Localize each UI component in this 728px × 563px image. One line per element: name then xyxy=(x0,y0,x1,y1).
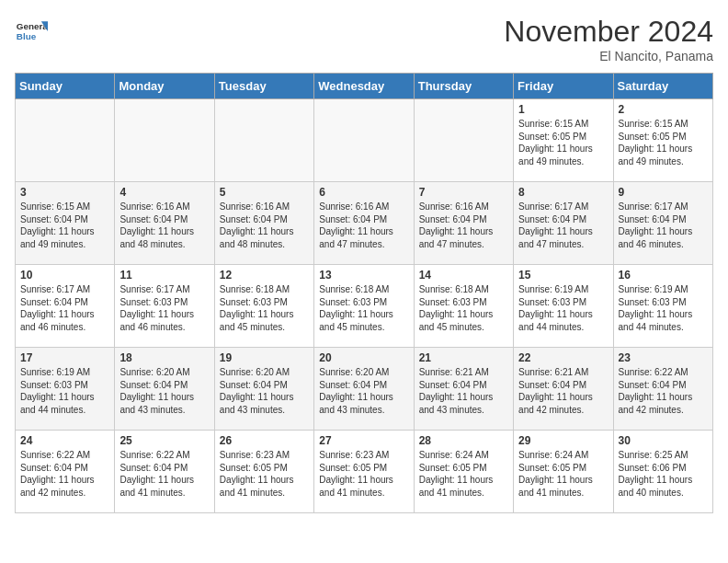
cell-info: Sunrise: 6:16 AM Sunset: 6:04 PM Dayligh… xyxy=(220,201,309,250)
day-number: 23 xyxy=(619,351,708,364)
calendar-cell: 16Sunrise: 6:19 AM Sunset: 6:03 PM Dayli… xyxy=(613,265,712,348)
calendar-cell: 8Sunrise: 6:17 AM Sunset: 6:04 PM Daylig… xyxy=(514,182,613,265)
cell-info: Sunrise: 6:22 AM Sunset: 6:04 PM Dayligh… xyxy=(119,449,209,499)
weekday-header-sunday: Sunday xyxy=(16,74,115,99)
weekday-header-friday: Friday xyxy=(514,74,613,99)
calendar-cell: 22Sunrise: 6:21 AM Sunset: 6:04 PM Dayli… xyxy=(514,348,613,431)
day-number: 8 xyxy=(518,186,608,199)
calendar-cell: 29Sunrise: 6:24 AM Sunset: 6:05 PM Dayli… xyxy=(514,431,613,513)
cell-info: Sunrise: 6:19 AM Sunset: 6:03 PM Dayligh… xyxy=(518,283,608,333)
day-number: 16 xyxy=(619,269,708,282)
cell-info: Sunrise: 6:19 AM Sunset: 6:03 PM Dayligh… xyxy=(619,283,708,333)
cell-info: Sunrise: 6:23 AM Sunset: 6:05 PM Dayligh… xyxy=(319,449,408,499)
logo-icon: General Blue xyxy=(15,15,48,48)
calendar-cell: 25Sunrise: 6:22 AM Sunset: 6:04 PM Dayli… xyxy=(115,431,214,513)
calendar-cell: 15Sunrise: 6:19 AM Sunset: 6:03 PM Dayli… xyxy=(514,265,613,348)
calendar-cell: 2Sunrise: 6:15 AM Sunset: 6:05 PM Daylig… xyxy=(613,99,712,182)
day-number: 29 xyxy=(518,434,608,447)
title-block: November 2024 El Nancito, Panama xyxy=(504,15,713,63)
cell-info: Sunrise: 6:20 AM Sunset: 6:04 PM Dayligh… xyxy=(220,366,309,416)
cell-info: Sunrise: 6:20 AM Sunset: 6:04 PM Dayligh… xyxy=(319,366,408,416)
day-number: 26 xyxy=(220,434,309,447)
day-number: 27 xyxy=(319,434,408,447)
cell-info: Sunrise: 6:17 AM Sunset: 6:03 PM Dayligh… xyxy=(119,283,209,333)
day-number: 20 xyxy=(319,351,408,364)
calendar-cell: 24Sunrise: 6:22 AM Sunset: 6:04 PM Dayli… xyxy=(16,431,115,513)
calendar-cell: 20Sunrise: 6:20 AM Sunset: 6:04 PM Dayli… xyxy=(314,348,414,431)
day-number: 30 xyxy=(619,434,708,447)
calendar-week-5: 24Sunrise: 6:22 AM Sunset: 6:04 PM Dayli… xyxy=(16,431,713,513)
day-number: 2 xyxy=(619,103,708,116)
cell-info: Sunrise: 6:24 AM Sunset: 6:05 PM Dayligh… xyxy=(419,449,508,499)
weekday-header-wednesday: Wednesday xyxy=(314,74,414,99)
calendar-cell: 19Sunrise: 6:20 AM Sunset: 6:04 PM Dayli… xyxy=(214,348,313,431)
calendar-cell: 1Sunrise: 6:15 AM Sunset: 6:05 PM Daylig… xyxy=(514,99,613,182)
calendar-cell: 6Sunrise: 6:16 AM Sunset: 6:04 PM Daylig… xyxy=(314,182,414,265)
calendar-cell xyxy=(16,99,115,182)
calendar-cell xyxy=(414,99,513,182)
calendar-cell: 13Sunrise: 6:18 AM Sunset: 6:03 PM Dayli… xyxy=(314,265,414,348)
location: El Nancito, Panama xyxy=(504,49,713,63)
cell-info: Sunrise: 6:15 AM Sunset: 6:05 PM Dayligh… xyxy=(619,118,708,167)
weekday-header-thursday: Thursday xyxy=(414,74,513,99)
cell-info: Sunrise: 6:18 AM Sunset: 6:03 PM Dayligh… xyxy=(419,283,508,333)
cell-info: Sunrise: 6:18 AM Sunset: 6:03 PM Dayligh… xyxy=(220,283,309,333)
weekday-header-saturday: Saturday xyxy=(613,74,712,99)
calendar-cell: 7Sunrise: 6:16 AM Sunset: 6:04 PM Daylig… xyxy=(414,182,513,265)
calendar-cell xyxy=(314,99,414,182)
calendar-cell: 28Sunrise: 6:24 AM Sunset: 6:05 PM Dayli… xyxy=(414,431,513,513)
day-number: 12 xyxy=(220,269,309,282)
cell-info: Sunrise: 6:21 AM Sunset: 6:04 PM Dayligh… xyxy=(518,366,608,416)
svg-text:Blue: Blue xyxy=(17,31,37,41)
day-number: 7 xyxy=(419,186,508,199)
calendar-week-2: 3Sunrise: 6:15 AM Sunset: 6:04 PM Daylig… xyxy=(16,182,713,265)
calendar-week-4: 17Sunrise: 6:19 AM Sunset: 6:03 PM Dayli… xyxy=(16,348,713,431)
calendar-cell xyxy=(214,99,313,182)
calendar-week-1: 1Sunrise: 6:15 AM Sunset: 6:05 PM Daylig… xyxy=(16,99,713,182)
day-number: 28 xyxy=(419,434,508,447)
calendar-cell: 27Sunrise: 6:23 AM Sunset: 6:05 PM Dayli… xyxy=(314,431,414,513)
logo: General Blue xyxy=(15,15,48,48)
calendar-cell: 5Sunrise: 6:16 AM Sunset: 6:04 PM Daylig… xyxy=(214,182,313,265)
day-number: 3 xyxy=(20,186,109,199)
page-header: General Blue November 2024 El Nancito, P… xyxy=(15,15,713,63)
day-number: 13 xyxy=(319,269,408,282)
day-number: 10 xyxy=(20,269,109,282)
day-number: 17 xyxy=(20,351,109,364)
weekday-header-tuesday: Tuesday xyxy=(214,74,313,99)
cell-info: Sunrise: 6:24 AM Sunset: 6:05 PM Dayligh… xyxy=(518,449,608,499)
calendar-cell: 9Sunrise: 6:17 AM Sunset: 6:04 PM Daylig… xyxy=(613,182,712,265)
cell-info: Sunrise: 6:23 AM Sunset: 6:05 PM Dayligh… xyxy=(220,449,309,499)
day-number: 1 xyxy=(518,103,608,116)
calendar-cell: 3Sunrise: 6:15 AM Sunset: 6:04 PM Daylig… xyxy=(16,182,115,265)
day-number: 9 xyxy=(619,186,708,199)
calendar-week-3: 10Sunrise: 6:17 AM Sunset: 6:04 PM Dayli… xyxy=(16,265,713,348)
cell-info: Sunrise: 6:15 AM Sunset: 6:04 PM Dayligh… xyxy=(20,201,109,250)
weekday-header-row: SundayMondayTuesdayWednesdayThursdayFrid… xyxy=(16,74,713,99)
day-number: 18 xyxy=(119,351,209,364)
calendar-cell: 17Sunrise: 6:19 AM Sunset: 6:03 PM Dayli… xyxy=(16,348,115,431)
calendar-cell: 4Sunrise: 6:16 AM Sunset: 6:04 PM Daylig… xyxy=(115,182,214,265)
calendar-cell: 14Sunrise: 6:18 AM Sunset: 6:03 PM Dayli… xyxy=(414,265,513,348)
cell-info: Sunrise: 6:22 AM Sunset: 6:04 PM Dayligh… xyxy=(20,449,109,499)
cell-info: Sunrise: 6:17 AM Sunset: 6:04 PM Dayligh… xyxy=(518,201,608,250)
cell-info: Sunrise: 6:20 AM Sunset: 6:04 PM Dayligh… xyxy=(119,366,209,416)
cell-info: Sunrise: 6:16 AM Sunset: 6:04 PM Dayligh… xyxy=(419,201,508,250)
calendar-cell xyxy=(115,99,214,182)
calendar-cell: 10Sunrise: 6:17 AM Sunset: 6:04 PM Dayli… xyxy=(16,265,115,348)
day-number: 15 xyxy=(518,269,608,282)
day-number: 5 xyxy=(220,186,309,199)
calendar-cell: 26Sunrise: 6:23 AM Sunset: 6:05 PM Dayli… xyxy=(214,431,313,513)
day-number: 19 xyxy=(220,351,309,364)
cell-info: Sunrise: 6:21 AM Sunset: 6:04 PM Dayligh… xyxy=(419,366,508,416)
cell-info: Sunrise: 6:15 AM Sunset: 6:05 PM Dayligh… xyxy=(518,118,608,167)
cell-info: Sunrise: 6:16 AM Sunset: 6:04 PM Dayligh… xyxy=(319,201,408,250)
day-number: 11 xyxy=(119,269,209,282)
day-number: 21 xyxy=(419,351,508,364)
calendar-cell: 11Sunrise: 6:17 AM Sunset: 6:03 PM Dayli… xyxy=(115,265,214,348)
cell-info: Sunrise: 6:17 AM Sunset: 6:04 PM Dayligh… xyxy=(20,283,109,333)
day-number: 4 xyxy=(119,186,209,199)
calendar-cell: 12Sunrise: 6:18 AM Sunset: 6:03 PM Dayli… xyxy=(214,265,313,348)
day-number: 14 xyxy=(419,269,508,282)
cell-info: Sunrise: 6:25 AM Sunset: 6:06 PM Dayligh… xyxy=(619,449,708,499)
